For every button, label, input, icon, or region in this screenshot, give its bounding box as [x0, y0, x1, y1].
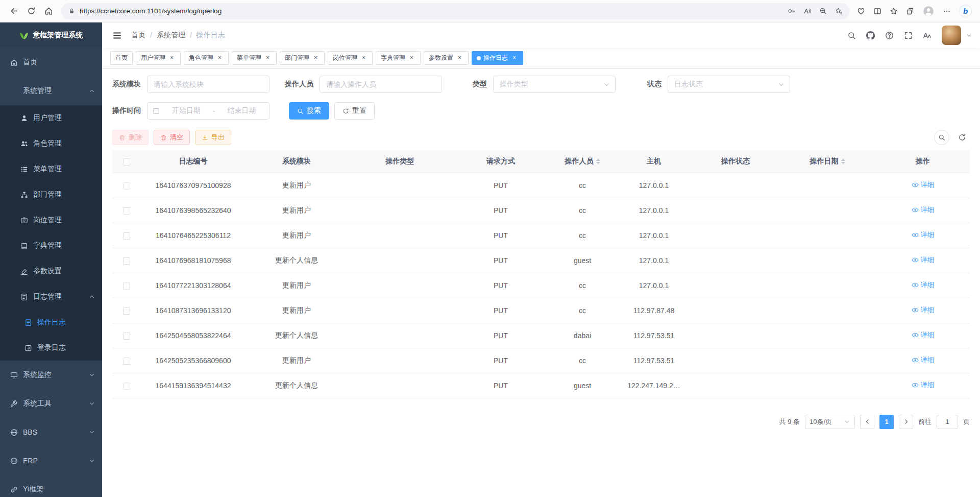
split-screen-icon[interactable]: [873, 7, 881, 15]
sidebar-item-erp[interactable]: ERP: [0, 446, 102, 475]
goto-page-input[interactable]: [937, 415, 958, 429]
sort-carets-icon[interactable]: [596, 157, 600, 166]
toggle-search-button[interactable]: [934, 130, 949, 145]
sidebar-toggle-icon[interactable]: [110, 29, 124, 42]
close-icon[interactable]: ×: [408, 54, 415, 62]
prev-page-button[interactable]: [860, 415, 874, 429]
browser-profile-avatar[interactable]: [922, 5, 935, 17]
close-icon[interactable]: ×: [264, 54, 272, 62]
read-aloud-icon[interactable]: [803, 7, 811, 15]
col-operator[interactable]: 操作人员: [549, 150, 616, 173]
favorites-icon[interactable]: [890, 7, 898, 15]
help-icon[interactable]: [885, 31, 894, 40]
tab-首页[interactable]: 首页: [110, 51, 133, 65]
sidebar-item-oper-log[interactable]: 操作日志: [0, 310, 102, 335]
sidebar-item-home[interactable]: 首页: [0, 48, 102, 77]
github-icon[interactable]: [866, 31, 875, 40]
detail-link[interactable]: 详细: [912, 230, 935, 240]
clear-button[interactable]: 清空: [154, 130, 190, 145]
next-page-button[interactable]: [899, 415, 913, 429]
address-bar[interactable]: https://ccnetcore.com:1101/system/log/op…: [61, 3, 850, 19]
sidebar-item-post-mgmt[interactable]: 岗位管理: [0, 207, 102, 233]
sidebar-item-dict-mgmt[interactable]: 字典管理: [0, 233, 102, 258]
browser-refresh-button[interactable]: [22, 3, 40, 20]
collections-icon[interactable]: [906, 7, 914, 15]
row-checkbox[interactable]: [123, 307, 130, 315]
page-number-1[interactable]: 1: [879, 415, 894, 429]
module-input[interactable]: [147, 76, 270, 93]
sidebar-item-log-mgmt[interactable]: 日志管理: [0, 284, 102, 310]
tab-角色管理[interactable]: 角色管理×: [184, 51, 229, 65]
delete-button[interactable]: 删除: [112, 130, 149, 145]
row-checkbox[interactable]: [123, 383, 130, 390]
avatar-caret-icon[interactable]: [966, 33, 972, 38]
sidebar-item-menu-mgmt[interactable]: 菜单管理: [0, 156, 102, 182]
detail-link[interactable]: 详细: [912, 205, 935, 215]
sidebar-item-system-mgmt[interactable]: 系统管理: [0, 77, 102, 105]
tab-部门管理[interactable]: 部门管理×: [280, 51, 325, 65]
reset-button[interactable]: 重置: [334, 102, 375, 120]
operator-input[interactable]: [320, 76, 442, 93]
sidebar-item-bbs[interactable]: BBS: [0, 418, 102, 446]
app-logo[interactable]: 意框架管理系统: [0, 22, 102, 48]
browser-more-icon[interactable]: [943, 7, 951, 15]
detail-link[interactable]: 详细: [912, 255, 935, 265]
export-button[interactable]: 导出: [195, 130, 231, 145]
type-select[interactable]: 操作类型: [493, 76, 616, 93]
page-size-select[interactable]: 10条/页: [805, 415, 855, 429]
header-search-icon[interactable]: [847, 31, 856, 40]
close-icon[interactable]: ×: [456, 54, 463, 62]
tab-参数设置[interactable]: 参数设置×: [424, 51, 469, 65]
close-icon[interactable]: ×: [216, 54, 224, 62]
col-date[interactable]: 操作日期: [779, 150, 876, 173]
sidebar-item-role-mgmt[interactable]: 角色管理: [0, 131, 102, 156]
breadcrumb-item[interactable]: 首页: [131, 31, 145, 40]
bing-sidebar-icon[interactable]: b: [959, 5, 972, 17]
detail-link[interactable]: 详细: [912, 180, 935, 190]
user-avatar[interactable]: [942, 26, 961, 45]
search-button[interactable]: 搜索: [289, 102, 329, 120]
status-select[interactable]: 日志状态: [668, 76, 790, 93]
row-checkbox[interactable]: [123, 207, 130, 215]
browser-home-button[interactable]: [40, 3, 57, 20]
tab-用户管理[interactable]: 用户管理×: [136, 51, 181, 65]
detail-link[interactable]: 详细: [912, 356, 935, 365]
zoom-icon[interactable]: [819, 7, 827, 15]
browser-essentials-icon[interactable]: [857, 7, 865, 15]
row-checkbox[interactable]: [123, 182, 130, 190]
detail-link[interactable]: 详细: [912, 280, 935, 290]
row-checkbox[interactable]: [123, 232, 130, 240]
sidebar-item-login-log[interactable]: 登录日志: [0, 335, 102, 361]
sidebar-item-dept-mgmt[interactable]: 部门管理: [0, 182, 102, 207]
close-icon[interactable]: ×: [510, 54, 518, 62]
row-checkbox[interactable]: [123, 358, 130, 365]
close-icon[interactable]: ×: [312, 54, 320, 62]
font-size-icon[interactable]: [923, 31, 932, 40]
add-favorite-icon[interactable]: [835, 7, 843, 15]
close-icon[interactable]: ×: [360, 54, 368, 62]
row-checkbox[interactable]: [123, 333, 130, 340]
tab-菜单管理[interactable]: 菜单管理×: [232, 51, 277, 65]
date-range-input[interactable]: 开始日期 - 结束日期: [147, 102, 270, 120]
tab-字典管理[interactable]: 字典管理×: [376, 51, 421, 65]
tab-操作日志[interactable]: 操作日志×: [472, 51, 523, 65]
row-checkbox[interactable]: [123, 257, 130, 265]
fullscreen-icon[interactable]: [904, 31, 913, 40]
sidebar-item-sys-monitor[interactable]: 系统监控: [0, 361, 102, 389]
detail-link[interactable]: 详细: [912, 330, 935, 340]
detail-link[interactable]: 详细: [912, 381, 935, 390]
sidebar-item-yi-frame[interactable]: Yi框架: [0, 475, 102, 497]
sidebar-item-param-set[interactable]: 参数设置: [0, 258, 102, 284]
sidebar-item-user-mgmt[interactable]: 用户管理: [0, 105, 102, 131]
browser-back-button[interactable]: [5, 3, 22, 20]
refresh-table-button[interactable]: [954, 130, 970, 145]
row-checkbox[interactable]: [123, 282, 130, 290]
close-icon[interactable]: ×: [168, 54, 176, 62]
sidebar-item-sys-tools[interactable]: 系统工具: [0, 389, 102, 418]
detail-link[interactable]: 详细: [912, 305, 935, 315]
select-all-checkbox[interactable]: [123, 158, 130, 165]
breadcrumb-item[interactable]: 系统管理: [157, 31, 185, 40]
tab-岗位管理[interactable]: 岗位管理×: [328, 51, 373, 65]
password-manager-icon[interactable]: [788, 7, 795, 15]
sort-carets-icon[interactable]: [841, 157, 845, 166]
